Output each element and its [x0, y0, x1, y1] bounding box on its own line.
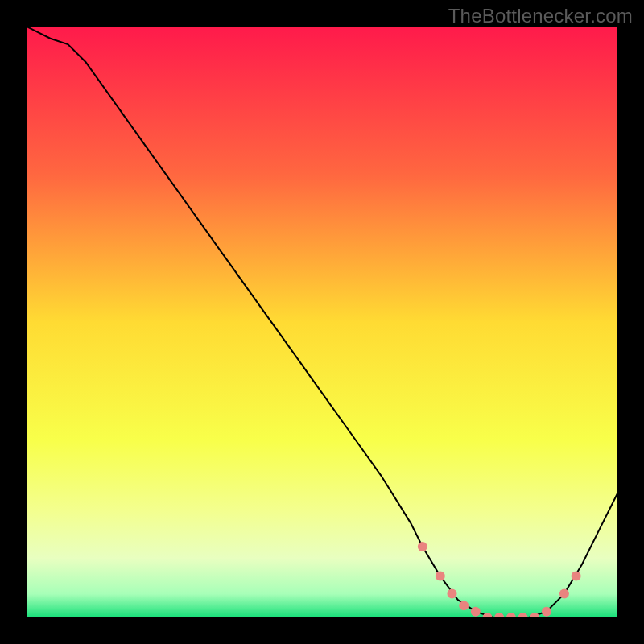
highlight-dot — [572, 572, 581, 581]
chart-svg — [27, 27, 617, 617]
plot-area — [27, 27, 617, 617]
watermark-text: TheBottlenecker.com — [448, 5, 633, 27]
highlight-dot — [471, 607, 481, 617]
chart-frame: TheBottlenecker.com — [0, 0, 644, 644]
highlight-dot — [418, 542, 427, 551]
gradient-background — [27, 27, 617, 617]
highlight-dot — [436, 572, 445, 581]
highlight-dot — [459, 601, 469, 610]
highlight-dot — [542, 607, 551, 617]
highlight-dot — [448, 589, 457, 599]
highlight-dot — [559, 589, 569, 599]
